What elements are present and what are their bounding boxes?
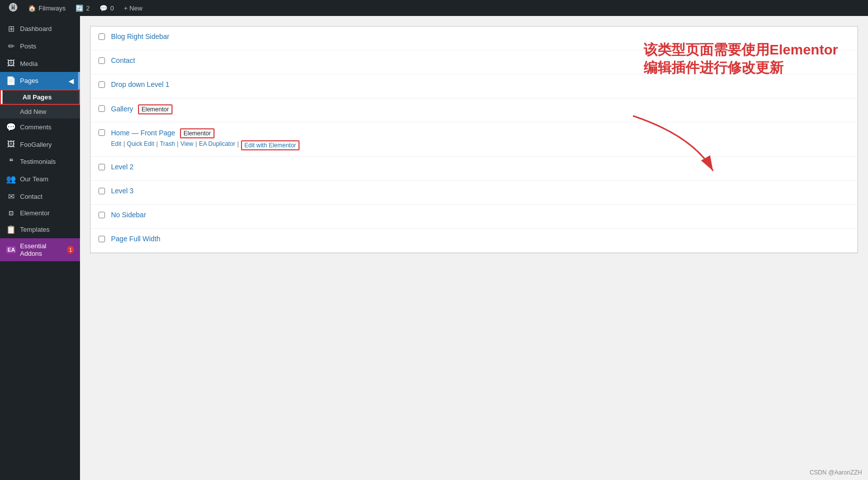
- row-checkbox-1[interactable]: [98, 33, 105, 40]
- watermark: CSDN @AaronZZH: [810, 469, 862, 476]
- page-title-link-9[interactable]: Page Full Width: [111, 235, 160, 243]
- templates-icon: 📋: [6, 225, 16, 234]
- sidebar-item-ourteam[interactable]: 👥 Our Team: [0, 170, 80, 188]
- row-checkbox-6[interactable]: [98, 164, 105, 170]
- essential-addons-icon: EA: [6, 246, 16, 253]
- row-checkbox-7[interactable]: [98, 188, 105, 194]
- table-row: Drop down Level 1: [90, 74, 858, 98]
- table-row: Contact: [90, 50, 858, 74]
- add-new-label: Add New: [20, 108, 46, 115]
- elementor-badge-home: Elementor: [180, 128, 214, 138]
- sidebar-item-label: Elementor: [20, 209, 50, 217]
- row-checkbox-2[interactable]: [98, 57, 105, 64]
- table-row: Blog Right Sidebar: [90, 26, 858, 50]
- sidebar-item-dashboard[interactable]: ⊞ Dashboard: [0, 20, 80, 37]
- new-content-button[interactable]: + New: [119, 0, 148, 16]
- sidebar-item-pages[interactable]: 📄 Pages ◀: [0, 72, 80, 89]
- row-checkbox-4[interactable]: [98, 105, 105, 112]
- testimonials-icon: ❝: [6, 157, 16, 166]
- page-title-link-4[interactable]: Gallery: [111, 105, 133, 113]
- pages-list: Blog Right Sidebar Contact Drop down Lev…: [90, 26, 858, 253]
- page-title-link-6[interactable]: Level 2: [111, 163, 134, 171]
- row-checkbox-3[interactable]: [98, 81, 105, 88]
- sidebar-item-media[interactable]: 🖼 Media: [0, 55, 80, 72]
- table-row: Home — Front Page Elementor Edit | Quick…: [90, 122, 858, 157]
- sidebar-item-label: Templates: [20, 226, 50, 233]
- page-title-link-7[interactable]: Level 3: [111, 187, 134, 195]
- posts-icon: ✏: [6, 41, 16, 51]
- site-name-label: Filmways: [38, 4, 66, 12]
- updates-button[interactable]: 🔄 2: [70, 0, 94, 16]
- sidebar-item-label: Pages: [20, 77, 38, 84]
- page-title-link-3[interactable]: Drop down Level 1: [111, 80, 170, 88]
- sidebar-item-contact[interactable]: ✉ Contact: [0, 188, 80, 205]
- site-name-button[interactable]: 🏠 Filmways: [23, 0, 70, 16]
- page-title-link-2[interactable]: Contact: [111, 56, 135, 64]
- foogallery-icon: 🖼: [6, 140, 16, 149]
- page-title-link-5[interactable]: Home — Front Page: [111, 129, 175, 137]
- sidebar-item-essential-addons[interactable]: EA Essential Addons 1: [0, 238, 80, 261]
- sidebar-item-foogallery[interactable]: 🖼 FooGallery: [0, 136, 80, 153]
- home-icon: 🏠: [28, 4, 36, 12]
- table-row: Page Full Width: [90, 229, 858, 253]
- row-checkbox-8[interactable]: [98, 212, 105, 218]
- sidebar-item-label: Testimonials: [20, 158, 56, 165]
- new-label: + New: [124, 4, 142, 12]
- sidebar-item-label: Contact: [20, 193, 42, 200]
- sidebar-item-label: Comments: [20, 123, 52, 131]
- wp-logo-icon: 🅦: [9, 3, 18, 13]
- ourteam-icon: 👥: [6, 174, 16, 184]
- page-title-link-8[interactable]: No Sidebar: [111, 211, 146, 219]
- sidebar-item-label: FooGallery: [20, 141, 52, 148]
- table-row: Gallery Elementor: [90, 98, 858, 122]
- comments-icon: 💬: [100, 4, 108, 12]
- essential-addons-badge: 1: [67, 246, 74, 254]
- media-icon: 🖼: [6, 59, 16, 68]
- ea-duplicator-action[interactable]: EA Duplicator: [199, 140, 236, 150]
- pages-icon: 📄: [6, 76, 16, 85]
- elementor-icon: ⊡: [6, 210, 16, 217]
- updates-count: 2: [86, 4, 90, 12]
- sidebar-item-label: Media: [20, 60, 38, 67]
- quick-edit-action[interactable]: Quick Edit: [127, 140, 154, 150]
- row-checkbox-5[interactable]: [98, 129, 105, 136]
- table-row: Level 3: [90, 181, 858, 205]
- sidebar-item-posts[interactable]: ✏ Posts: [0, 37, 80, 55]
- table-row: No Sidebar: [90, 205, 858, 229]
- comments-nav-icon: 💬: [6, 122, 16, 132]
- page-title-link-1[interactable]: Blog Right Sidebar: [111, 32, 170, 40]
- sidebar-subitem-add-new[interactable]: Add New: [0, 105, 80, 118]
- comments-count: 0: [110, 4, 114, 12]
- row-checkbox-9[interactable]: [98, 236, 105, 242]
- edit-action[interactable]: Edit: [111, 140, 122, 150]
- elementor-badge-gallery: Elementor: [138, 104, 172, 114]
- sidebar-item-label: Essential Addons: [20, 242, 63, 257]
- contact-icon: ✉: [6, 192, 16, 201]
- sidebar-item-label: Dashboard: [20, 25, 52, 32]
- sidebar-item-elementor[interactable]: ⊡ Elementor: [0, 205, 80, 221]
- sidebar-item-comments[interactable]: 💬 Comments: [0, 118, 80, 136]
- dashboard-icon: ⊞: [6, 24, 16, 33]
- trash-action[interactable]: Trash: [160, 140, 175, 150]
- comments-button[interactable]: 💬 0: [94, 0, 118, 16]
- row-actions-home: Edit | Quick Edit | Trash | View | EA Du…: [111, 140, 300, 150]
- edit-with-elementor-action[interactable]: Edit with Elementor: [241, 140, 300, 150]
- sidebar-item-testimonials[interactable]: ❝ Testimonials: [0, 153, 80, 170]
- table-row: Level 2: [90, 157, 858, 181]
- updates-icon: 🔄: [76, 4, 84, 12]
- all-pages-label: All Pages: [22, 93, 52, 101]
- pages-arrow-icon: ◀: [68, 77, 74, 85]
- sidebar-item-templates[interactable]: 📋 Templates: [0, 221, 80, 238]
- wp-logo-button[interactable]: 🅦: [4, 0, 23, 16]
- sidebar-subitem-all-pages[interactable]: All Pages: [1, 90, 79, 104]
- sidebar-item-label: Our Team: [20, 175, 48, 183]
- sidebar-item-label: Posts: [20, 42, 36, 50]
- view-action[interactable]: View: [180, 140, 194, 150]
